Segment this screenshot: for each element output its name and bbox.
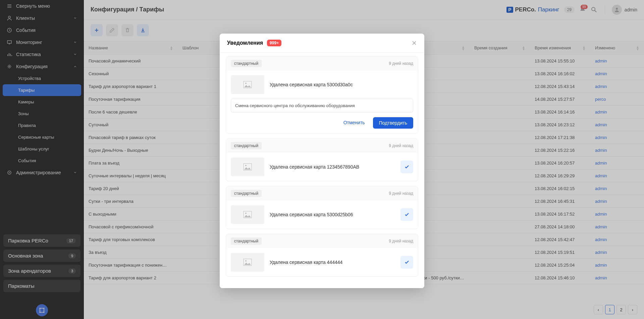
check-icon xyxy=(404,259,410,265)
check-icon xyxy=(404,212,410,218)
notification-tag: стандартный xyxy=(231,190,262,197)
notification-tag: стандартный xyxy=(231,142,262,149)
modal-badge: 999+ xyxy=(267,40,281,46)
notification-text: Удалена сервисная карта 5300d30a0c xyxy=(270,82,413,87)
notification-card: стандартный 9 дней назад Удалена сервисн… xyxy=(226,234,418,277)
notification-card: стандартный 9 дней назад Удалена сервисн… xyxy=(226,138,418,181)
notification-time: 9 дней назад xyxy=(389,143,413,148)
modal-title: Уведомления xyxy=(227,40,263,46)
image-placeholder-icon xyxy=(231,205,264,224)
notification-card: стандартный 9 дней назад Удалена сервисн… xyxy=(226,186,418,229)
close-button[interactable] xyxy=(412,40,417,46)
modal-body: стандартный 9 дней назад Удалена сервисн… xyxy=(220,53,424,288)
notification-time: 9 дней назад xyxy=(389,61,413,66)
notifications-modal: Уведомления 999+ стандартный 9 дней наза… xyxy=(220,34,424,288)
confirm-check-button[interactable] xyxy=(400,208,413,221)
close-icon xyxy=(412,40,417,46)
notification-card: стандартный 9 дней назад Удалена сервисн… xyxy=(226,56,418,134)
svg-point-15 xyxy=(245,165,247,166)
check-icon xyxy=(404,164,410,170)
svg-point-17 xyxy=(245,213,247,214)
confirm-button[interactable]: Подтвердить xyxy=(373,117,413,129)
comment-input[interactable]: Смена сервисного центра по обслуживанию … xyxy=(231,99,413,112)
svg-point-13 xyxy=(245,83,247,84)
image-placeholder-icon xyxy=(231,253,264,272)
modal-header: Уведомления 999+ xyxy=(220,34,424,53)
notification-text: Удалена сервисная карта 1234567890AB xyxy=(270,164,395,170)
image-placeholder-icon xyxy=(231,75,264,94)
image-placeholder-icon xyxy=(231,157,264,176)
notification-tag: стандартный xyxy=(231,60,262,67)
confirm-check-button[interactable] xyxy=(400,256,413,269)
svg-point-19 xyxy=(245,260,247,262)
notification-text: Удалена сервисная карта 444444 xyxy=(270,260,395,265)
notification-time: 9 дней назад xyxy=(389,191,413,196)
confirm-check-button[interactable] xyxy=(400,161,413,173)
modal-overlay[interactable]: Уведомления 999+ стандартный 9 дней наза… xyxy=(0,0,644,319)
notification-tag: стандартный xyxy=(231,237,262,245)
cancel-button[interactable]: Отменить xyxy=(339,117,369,129)
notification-time: 9 дней назад xyxy=(389,239,413,243)
notification-text: Удалена сервисная карта 5300d25b06 xyxy=(270,212,395,217)
